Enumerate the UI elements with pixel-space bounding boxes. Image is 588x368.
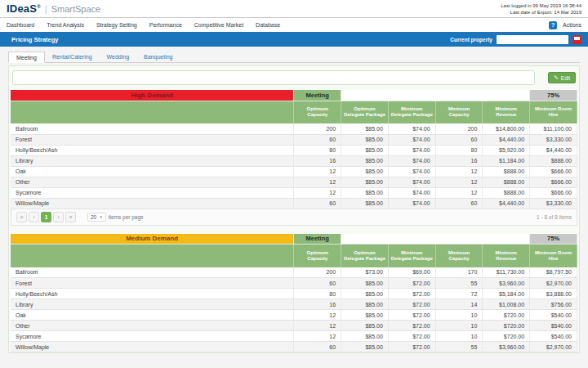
pricing-panel: ✎ Edit High Demand Meeting 75% Optimum C… xyxy=(8,65,580,353)
cell-value: 60 xyxy=(294,342,341,352)
cell-value: 14 xyxy=(435,299,483,310)
table-row[interactable]: Ballroom200$73.00$69.00170$11,730.00$8,7… xyxy=(11,267,577,278)
cell-value: $3,960.00 xyxy=(483,278,530,289)
last-login-text: Last logged in 09 May 2019 16:38:44 xyxy=(501,2,581,9)
table-row[interactable]: Other12$85.00$74.0012$888.00$666.00 xyxy=(11,177,577,187)
pager-page-1-button[interactable]: 1 xyxy=(41,212,51,222)
table-row[interactable]: Library16$85.00$74.0016$1,184.00$888.00 xyxy=(11,155,577,166)
cell-value: 200 xyxy=(294,123,341,134)
table-row[interactable]: Ballroom200$85.00$74.00200$14,800.00$11,… xyxy=(11,123,577,134)
band-spacer xyxy=(341,234,530,245)
table-row[interactable]: Holly/Beech/Ash80$85.00$74.0080$5,920.00… xyxy=(11,145,577,155)
cell-value: 60 xyxy=(294,134,341,145)
cell-value: $85.00 xyxy=(341,331,389,342)
alert-icon[interactable] xyxy=(572,35,581,44)
panel-toolbar: ✎ Edit xyxy=(12,70,576,85)
cell-value: 12 xyxy=(435,166,483,177)
table-row[interactable]: Library16$85.00$72.0014$1,008.00$756.00 xyxy=(11,299,577,310)
table-row[interactable]: Forest60$85.00$72.0055$3,960.00$2,970.00 xyxy=(11,278,577,289)
column-header-row: Optimum Capacity Optimum Delegate Packag… xyxy=(11,245,577,267)
col-minimum-revenue: Minimum Revenue xyxy=(483,101,530,123)
percent-cell: 75% xyxy=(530,90,577,101)
nav-item-trend-analysis[interactable]: Trend Analysis xyxy=(47,22,84,28)
cell-value: $72.00 xyxy=(388,299,435,310)
help-icon[interactable]: ? xyxy=(549,21,557,29)
page-size-select[interactable]: 20 ▼ xyxy=(87,213,106,222)
actions-menu[interactable]: Actions xyxy=(563,22,581,28)
tab-strip: Meeting Rental/Catering Wedding Banqueti… xyxy=(8,51,580,63)
nav-item-strategy-setting[interactable]: Strategy Setting xyxy=(96,22,137,28)
cell-value: 200 xyxy=(435,123,483,134)
filter-box[interactable] xyxy=(12,70,535,85)
edit-button[interactable]: ✎ Edit xyxy=(548,72,576,83)
percent-cell: 75% xyxy=(530,234,577,245)
table-row[interactable]: Other12$85.00$72.0010$720.00$540.00 xyxy=(11,321,577,331)
table-row[interactable]: Oak12$85.00$72.0010$720.00$540.00 xyxy=(11,310,577,321)
cell-value: $888.00 xyxy=(530,155,577,166)
cell-value: $85.00 xyxy=(341,342,389,352)
cell-value: $85.00 xyxy=(341,278,389,289)
table-row[interactable]: Sycamore12$85.00$74.0012$888.00$666.00 xyxy=(11,187,577,198)
medium-demand-band-row: Medium Demand Meeting 75% xyxy=(11,234,577,245)
pager-prev-button[interactable]: ‹ xyxy=(29,212,39,222)
cell-value: $72.00 xyxy=(388,289,435,299)
tab-rental-catering[interactable]: Rental/Catering xyxy=(45,52,100,63)
cell-value: $3,960.00 xyxy=(483,342,530,352)
table-row[interactable]: Sycamore12$85.00$72.0010$720.00$540.00 xyxy=(11,331,577,342)
room-column-header xyxy=(11,101,294,123)
cell-room-name: Holly/Beech/Ash xyxy=(11,289,294,299)
col-minimum-revenue: Minimum Revenue xyxy=(483,245,530,267)
cell-value: 55 xyxy=(435,278,483,289)
nav-item-competitive-market[interactable]: Competitive Market xyxy=(194,22,243,28)
col-optimum-delegate-package: Optimum Delegate Package xyxy=(341,245,389,267)
table-row[interactable]: Oak12$85.00$74.0012$888.00$666.00 xyxy=(11,166,577,177)
nav-item-dashboard[interactable]: Dashboard xyxy=(7,22,34,28)
nav-item-database[interactable]: Database xyxy=(256,22,280,28)
cell-value: $666.00 xyxy=(530,187,577,198)
chevron-down-icon: ▼ xyxy=(99,215,102,219)
high-demand-pager: « ‹ 1 › » 20 ▼ items per page 1 - 8 of 8… xyxy=(11,209,577,226)
cell-value: 55 xyxy=(435,342,483,352)
tab-meeting[interactable]: Meeting xyxy=(8,52,45,63)
cell-value: $720.00 xyxy=(483,321,530,331)
cell-value: $85.00 xyxy=(341,177,389,187)
cell-room-name: Forest xyxy=(11,134,294,145)
cell-value: 16 xyxy=(435,155,483,166)
pager-next-button[interactable]: › xyxy=(53,212,64,222)
cell-room-name: Library xyxy=(11,299,294,310)
cell-room-name: Forest xyxy=(11,278,294,289)
cell-value: $74.00 xyxy=(388,155,435,166)
table-row[interactable]: Forest60$85.00$74.0060$4,440.00$3,330.00 xyxy=(11,134,577,145)
title-bar: Pricing Strategy Current property xyxy=(0,32,588,47)
cell-value: 16 xyxy=(294,299,341,310)
last-export-text: Last date of Export: 14 Mar 2019 xyxy=(501,9,581,16)
cell-value: $14,800.00 xyxy=(483,123,530,134)
tab-banqueting[interactable]: Banqueting xyxy=(136,52,180,63)
col-minimum-capacity: Minimum Capacity xyxy=(435,101,483,123)
cell-room-name: Ballroom xyxy=(11,267,294,278)
session-meta: Last logged in 09 May 2019 16:38:44 Last… xyxy=(501,2,581,16)
cell-value: $85.00 xyxy=(341,134,389,145)
cell-value: $888.00 xyxy=(483,177,530,187)
cell-value: $85.00 xyxy=(341,123,389,134)
cell-value: $888.00 xyxy=(483,187,530,198)
col-minimum-capacity: Minimum Capacity xyxy=(435,245,483,267)
table-row[interactable]: Willow/Maple60$85.00$72.0055$3,960.00$2,… xyxy=(11,342,577,352)
current-property-input[interactable] xyxy=(497,35,568,44)
cell-value: $756.00 xyxy=(530,299,577,310)
cell-value: 72 xyxy=(435,289,483,299)
column-header-row: Optimum Capacity Optimum Delegate Packag… xyxy=(11,101,577,123)
cell-value: 12 xyxy=(294,310,341,321)
high-demand-table: High Demand Meeting 75% Optimum Capacity… xyxy=(11,90,577,209)
cell-value: $3,330.00 xyxy=(530,198,577,209)
cell-value: $11,730.00 xyxy=(483,267,530,278)
cell-value: $85.00 xyxy=(341,155,389,166)
cell-value: $1,008.00 xyxy=(483,299,530,310)
cell-value: $666.00 xyxy=(530,166,577,177)
table-row[interactable]: Holly/Beech/Ash80$85.00$72.0072$5,184.00… xyxy=(11,289,577,299)
pager-first-button[interactable]: « xyxy=(16,212,27,222)
tab-wedding[interactable]: Wedding xyxy=(100,52,137,63)
pager-last-button[interactable]: » xyxy=(65,212,76,222)
table-row[interactable]: Willow/Maple60$85.00$74.0060$4,440.00$3,… xyxy=(11,198,577,209)
nav-item-performance[interactable]: Performance xyxy=(149,22,182,28)
